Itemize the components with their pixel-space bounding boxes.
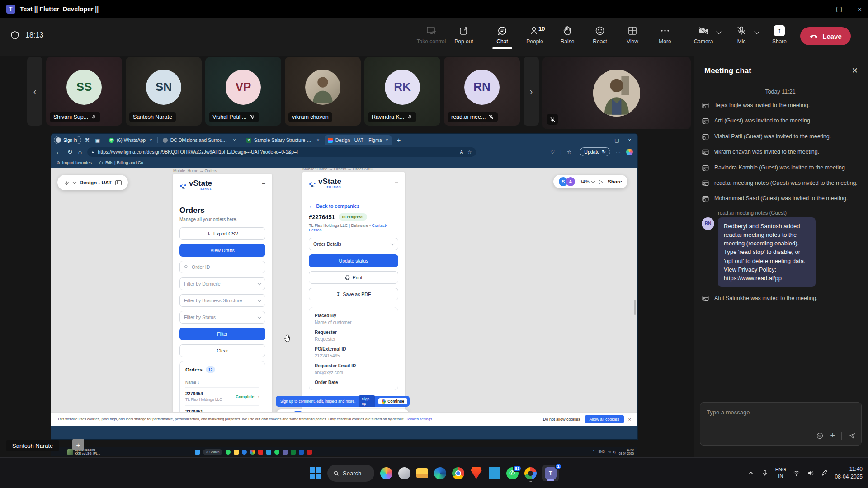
figma-canvas[interactable]: Mobile: Home → Orders vState FILINGS ≡ [51,168,637,426]
zoom-control[interactable]: 94% [580,179,594,184]
app-icon-grey[interactable] [398,467,410,479]
chat-close-icon[interactable]: ✕ [852,66,858,75]
copilot-taskbar-icon[interactable] [380,467,392,479]
figma-frame-orders[interactable]: vState FILINGS ≡ Orders Manage all your … [173,174,272,426]
window-minimize-icon[interactable]: — [814,5,821,13]
file-menu-chevron[interactable] [73,180,76,183]
favorites-item-bills[interactable]: 🗀 Bills | Billing and Co... [99,160,147,165]
order-row[interactable]: 2279454 TL Flex Holdings LLC Complete › [185,388,259,406]
sidebar-toggle-icon[interactable] [115,180,122,185]
browser-restore-icon[interactable]: ▢ [614,137,619,143]
workspaces-icon[interactable]: ⌘ [83,137,92,143]
filter-business-structure-select[interactable]: Filter by Business Structure [179,294,265,307]
present-icon[interactable]: ▷ [599,178,603,185]
home-icon[interactable]: ⌂ [78,148,82,155]
refresh-icon[interactable]: ↻ [67,148,73,155]
favorites-list-icon[interactable]: ☆≡ [567,149,574,155]
window-maximize-icon[interactable]: ▢ [836,5,842,13]
more-button[interactable]: More [649,22,681,45]
send-icon[interactable] [848,432,856,440]
volume-icon[interactable] [807,469,814,477]
browser-tab-dc-divisions[interactable]: DC Divisions and Surroundings × [160,135,239,145]
chat-button[interactable]: Chat [486,22,519,45]
browser-signin-button[interactable]: Sign in [54,136,81,144]
figma-frame-order-detail[interactable]: vState FILINGS ≡ ← Back to companies [302,172,405,426]
tray-mic-icon[interactable] [761,469,769,477]
people-button[interactable]: 10 People [519,22,551,45]
sign-up-button[interactable]: Sign up [359,395,375,407]
hamburger-menu-icon[interactable]: ≡ [262,181,265,188]
cookies-settings-link[interactable]: Cookies settings [406,417,432,421]
figma-share-button[interactable]: Share [608,179,622,184]
url-field[interactable]: 🔒︎ https://www.figma.com/design/9BKQ0FOH… [87,147,476,157]
canvas-scrollbar[interactable] [634,300,636,315]
column-header-name[interactable]: Name ↓ [185,377,259,388]
participant-tile[interactable]: SS Shivani Sup... [46,57,122,126]
participant-tile[interactable]: vikram chavan [285,57,361,126]
emoji-icon[interactable] [816,432,824,440]
tab-close-icon[interactable]: × [233,137,236,143]
figma-file-pill[interactable]: Design - UAT [57,175,128,190]
read-aloud-icon[interactable]: A [460,150,463,155]
clear-button[interactable]: Clear [179,344,265,357]
filmstrip-scroll-right-button[interactable]: › [524,57,539,126]
browser-menu-icon[interactable]: ⋯ [616,149,621,155]
back-to-companies-link[interactable]: ← Back to companies [309,203,398,209]
tab-actions-icon[interactable]: ▣ [94,137,102,143]
google-continue-button[interactable]: Continue [378,398,407,404]
whatsapp-icon[interactable]: ✆ 81 [506,467,519,479]
copilot-icon[interactable] [626,149,633,155]
collaborator-avatar[interactable]: A [566,177,575,186]
browser-essentials-icon[interactable]: ♡ [550,149,555,155]
teams-taskbar-icon[interactable]: T 1 [542,465,559,481]
frame-breadcrumb[interactable]: Mobile: Home → Orders → Order ABC [302,168,373,171]
browser-tab-figma-active[interactable]: Design - UAT – Figma × [325,135,392,145]
participant-tile[interactable]: VP Vishal Patil ... [205,57,281,126]
attach-plus-icon[interactable]: + [830,431,835,441]
tab-close-icon[interactable]: × [316,137,319,143]
participant-tile[interactable]: RK Ravindra K... [364,57,440,126]
pop-out-button[interactable]: Pop out [448,22,480,45]
cookie-close-icon[interactable]: × [628,417,631,422]
frame-breadcrumb[interactable]: Mobile: Home → Orders [173,169,217,173]
favorite-star-icon[interactable]: ☆ [467,150,472,155]
window-more-icon[interactable]: ⋯ [792,5,798,13]
favorites-item-import[interactable]: ⊕ Import favorites [57,160,92,165]
browser-minimize-icon[interactable]: — [600,137,605,143]
share-button[interactable]: ↑ Share [763,22,796,45]
language-indicator[interactable]: ENG IN [775,467,786,479]
new-tab-button[interactable]: + [393,136,404,144]
chat-input-box[interactable]: Type a message + [700,402,862,446]
brave-browser-icon[interactable] [470,467,482,479]
filmstrip-scroll-left-button[interactable]: ‹ [27,57,42,126]
order-details-select[interactable]: Order Details [309,238,398,250]
wifi-icon[interactable] [793,469,800,477]
hamburger-menu-icon[interactable]: ≡ [395,179,398,187]
window-close-icon[interactable]: × [858,5,862,13]
browser-update-button[interactable]: Update ↻ [580,147,610,156]
chrome-browser-icon[interactable] [452,467,464,479]
save-as-pdf-button[interactable]: ↧ Save as PDF [309,288,398,300]
browser-close-icon[interactable]: × [628,137,631,143]
leave-button[interactable]: Leave [800,27,851,45]
spotlight-participant-tile[interactable] [542,57,691,129]
browser-tab-excel[interactable]: X Sample Salary Structure with calc × [243,135,323,145]
export-csv-button[interactable]: ↧ Export CSV [179,227,265,240]
allow-cookies-button[interactable]: Allow all cookies [585,415,624,423]
share-add-button[interactable]: + [72,439,84,450]
hidden-icons-chevron[interactable] [747,469,755,477]
view-drafts-button[interactable]: View Drafts [179,244,265,257]
participant-tile[interactable]: SN Santosh Narate [126,57,202,126]
chat-message-bubble[interactable]: Redberyl and Santosh added read.ai meeti… [718,217,816,287]
file-explorer-icon[interactable] [416,468,428,478]
battery-pen-icon[interactable] [821,469,828,477]
participant-tile[interactable]: RN read.ai mee... [444,57,520,126]
chat-message-list[interactable]: Today 11:21 Tejas Ingle was invited to t… [694,82,868,303]
start-button[interactable] [309,467,321,479]
edge-browser-icon[interactable] [434,467,446,479]
filter-status-select[interactable]: Filter by Status [179,311,265,324]
taskbar-search-box[interactable]: Search [327,465,374,482]
vscode-icon[interactable] [488,467,500,479]
raise-hand-button[interactable]: Raise [551,22,584,45]
update-status-button[interactable]: Update status [309,254,398,267]
